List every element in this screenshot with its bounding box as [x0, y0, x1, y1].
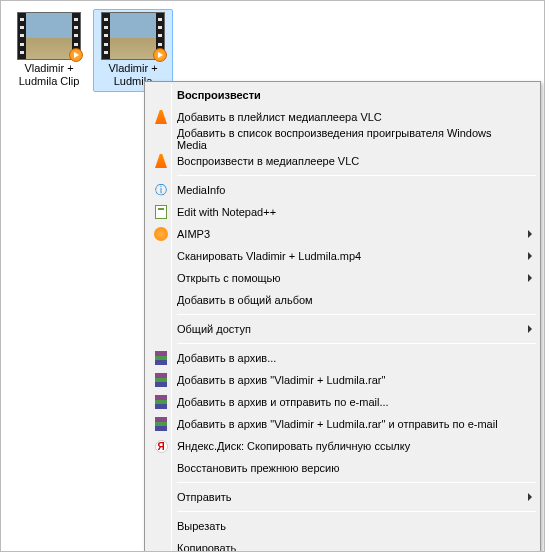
- context-menu-item[interactable]: Добавить в архив "Vladimir + Ludmila.rar…: [147, 369, 538, 391]
- context-menu-item-label: Отправить: [177, 491, 232, 503]
- context-menu-item[interactable]: Вырезать: [147, 515, 538, 537]
- context-menu-item-label: MediaInfo: [177, 184, 225, 196]
- context-menu-item[interactable]: Сканировать Vladimir + Ludmila.mp4: [147, 245, 538, 267]
- context-menu-item-label: Добавить в плейлист медиаплеера VLC: [177, 111, 382, 123]
- rar-icon: [153, 372, 169, 388]
- rar-icon: [153, 394, 169, 410]
- context-menu-item-label: Воспроизвести: [177, 89, 261, 101]
- submenu-arrow-icon: [528, 252, 532, 260]
- video-thumbnail: [101, 12, 165, 60]
- context-menu-item[interactable]: Добавить в архив...: [147, 347, 538, 369]
- rar-icon: [153, 416, 169, 432]
- context-menu-item-label: Добавить в общий альбом: [177, 294, 313, 306]
- context-menu-item-label: Общий доступ: [177, 323, 251, 335]
- context-menu-item[interactable]: Воспроизвести: [147, 84, 538, 106]
- context-menu-separator: [177, 314, 536, 315]
- context-menu-item[interactable]: Общий доступ: [147, 318, 538, 340]
- context-menu-item-label: Воспроизвести в медиаплеере VLC: [177, 155, 359, 167]
- file-item-1[interactable]: Vladimir + Ludmila Clip: [9, 9, 89, 92]
- submenu-arrow-icon: [528, 274, 532, 282]
- context-menu-item-label: Вырезать: [177, 520, 226, 532]
- context-menu-item[interactable]: Добавить в архив и отправить по e-mail..…: [147, 391, 538, 413]
- context-menu-item-label: Edit with Notepad++: [177, 206, 276, 218]
- context-menu-item[interactable]: Открыть с помощью: [147, 267, 538, 289]
- video-thumbnail: [17, 12, 81, 60]
- vlc-icon: [153, 109, 169, 125]
- context-menu-item[interactable]: Добавить в архив "Vladimir + Ludmila.rar…: [147, 413, 538, 435]
- submenu-arrow-icon: [528, 493, 532, 501]
- context-menu-item[interactable]: ⓘMediaInfo: [147, 179, 538, 201]
- notepad-icon: [153, 204, 169, 220]
- submenu-arrow-icon: [528, 325, 532, 333]
- context-menu-item-label: Добавить в архив...: [177, 352, 276, 364]
- context-menu-item[interactable]: AIMP3: [147, 223, 538, 245]
- context-menu-separator: [177, 482, 536, 483]
- context-menu-separator: [177, 175, 536, 176]
- context-menu-item-label: Яндекс.Диск: Скопировать публичную ссылк…: [177, 440, 410, 452]
- aimp-icon: [153, 226, 169, 242]
- context-menu-item-label: Сканировать Vladimir + Ludmila.mp4: [177, 250, 361, 262]
- file-item-2-selected[interactable]: Vladimir + Ludmila: [93, 9, 173, 92]
- context-menu-item-label: AIMP3: [177, 228, 210, 240]
- context-menu-item-label: Добавить в список воспроизведения проигр…: [177, 127, 520, 151]
- play-overlay-icon: [153, 48, 167, 62]
- mediainfo-icon: ⓘ: [153, 182, 169, 198]
- file-area: Vladimir + Ludmila Clip Vladimir + Ludmi…: [1, 1, 544, 551]
- context-menu-item[interactable]: Воспроизвести в медиаплеере VLC: [147, 150, 538, 172]
- context-menu-item[interactable]: Отправить: [147, 486, 538, 508]
- context-menu-item[interactable]: Восстановить прежнюю версию: [147, 457, 538, 479]
- play-overlay-icon: [69, 48, 83, 62]
- context-menu: ВоспроизвестиДобавить в плейлист медиапл…: [144, 81, 541, 552]
- context-menu-item[interactable]: Edit with Notepad++: [147, 201, 538, 223]
- context-menu-separator: [177, 511, 536, 512]
- vlc-icon: [153, 153, 169, 169]
- context-menu-item-label: Копировать: [177, 542, 236, 552]
- context-menu-item-label: Восстановить прежнюю версию: [177, 462, 339, 474]
- context-menu-item[interactable]: Добавить в общий альбом: [147, 289, 538, 311]
- context-menu-item[interactable]: Добавить в плейлист медиаплеера VLC: [147, 106, 538, 128]
- context-menu-item[interactable]: Добавить в список воспроизведения проигр…: [147, 128, 538, 150]
- context-menu-item-label: Добавить в архив "Vladimir + Ludmila.rar…: [177, 418, 498, 430]
- context-menu-item[interactable]: Копировать: [147, 537, 538, 552]
- context-menu-separator: [177, 343, 536, 344]
- submenu-arrow-icon: [528, 230, 532, 238]
- context-menu-item-label: Добавить в архив "Vladimir + Ludmila.rar…: [177, 374, 385, 386]
- context-menu-item-label: Добавить в архив и отправить по e-mail..…: [177, 396, 389, 408]
- yandex-icon: Я: [153, 438, 169, 454]
- rar-icon: [153, 350, 169, 366]
- context-menu-item[interactable]: ЯЯндекс.Диск: Скопировать публичную ссыл…: [147, 435, 538, 457]
- file-label: Vladimir + Ludmila Clip: [10, 61, 88, 91]
- context-menu-item-label: Открыть с помощью: [177, 272, 281, 284]
